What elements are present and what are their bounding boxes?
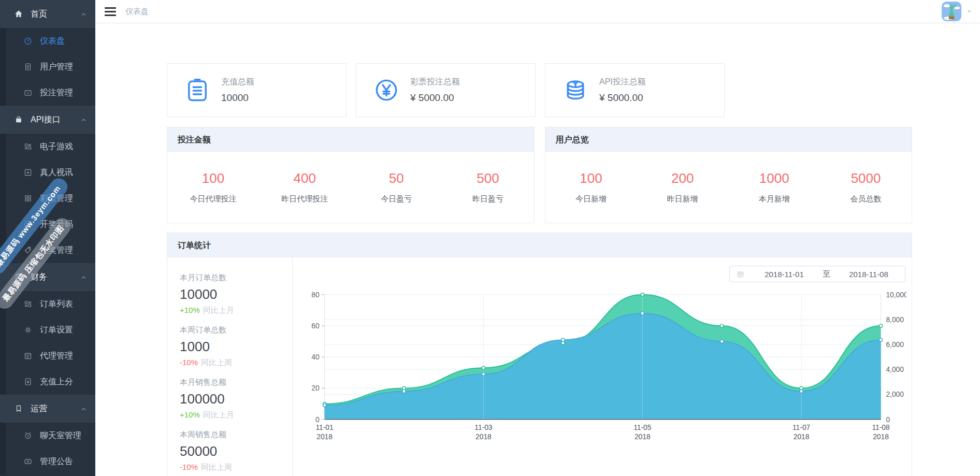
stat-month-new: 1000本月新增 [728, 170, 820, 204]
home-icon [13, 9, 24, 19]
stat-yesterday-agent-bet: 400昨日代理投注 [259, 170, 351, 204]
bookmark-icon [13, 404, 24, 413]
card-label: API投注总额 [599, 77, 646, 88]
svg-text:80: 80 [311, 291, 320, 299]
sidebar-item-user-management[interactable]: 用户管理 [0, 54, 95, 80]
sidebar-item-chatroom-management[interactable]: 聊天室管理 [0, 423, 95, 449]
summary-value: 50000 [180, 443, 280, 459]
sidebar-item-electronic-games[interactable]: 电子游戏 [0, 134, 95, 160]
svg-text:2,000: 2,000 [886, 390, 904, 398]
svg-text:10,000: 10,000 [886, 291, 906, 299]
dashboard-icon [23, 36, 33, 46]
tv-play-icon [23, 88, 33, 97]
hamburger-menu-icon[interactable] [95, 0, 125, 23]
sidebar: 首页仪表盘用户管理投注管理API接口电子游戏真人视讯彩票管理开奖号码控奖管理财务… [0, 0, 95, 476]
stat-label: 本月新增 [728, 194, 820, 204]
app-root: 首页仪表盘用户管理投注管理API接口电子游戏真人视讯彩票管理开奖号码控奖管理财务… [0, 0, 980, 476]
summary-label: 本周订单总数 [180, 325, 280, 335]
sidebar-item-label: 管理公告 [40, 456, 73, 467]
bag-icon [13, 115, 24, 124]
user-menu[interactable] [942, 2, 980, 21]
stat-label: 昨日代理投注 [259, 194, 351, 204]
summary-label: 本月订单总数 [180, 273, 280, 283]
bet-amount-panel: 投注金额 100今日代理投注400昨日代理投注50今日盈亏500昨日盈亏 [167, 127, 535, 223]
stat-label: 今日新增 [545, 194, 637, 204]
svg-text:11-07: 11-07 [792, 423, 810, 431]
summary-value: 100000 [180, 391, 280, 407]
sidebar-item-label: 首页 [31, 9, 47, 20]
sidebar-item-recharge-points[interactable]: 充值上分 [0, 369, 95, 395]
summary-label: 本月销售总额 [180, 378, 280, 387]
sidebar-item-bet-management[interactable]: 投注管理 [0, 80, 95, 106]
chevron-up-icon [80, 117, 87, 123]
order-area-chart[interactable]: 02040608002,0004,0006,0008,00010,00011-0… [303, 287, 905, 448]
date-range-separator: 至 [820, 269, 832, 279]
panels-row: 投注金额 100今日代理投注400昨日代理投注50今日盈亏500昨日盈亏 用户总… [167, 127, 912, 223]
sidebar-item-agent-management[interactable]: 代理管理 [0, 343, 95, 369]
box-icon [23, 351, 33, 360]
stat-value: 400 [259, 170, 351, 186]
svg-text:0: 0 [886, 415, 890, 424]
date-range-picker[interactable]: 2018-11-01 至 2018-11-08 [729, 266, 905, 282]
svg-text:2018: 2018 [635, 432, 651, 441]
sidebar-item-label: 运营 [31, 403, 47, 414]
panel-title: 投注金额 [167, 127, 534, 152]
ticket-icon [23, 457, 33, 466]
stat-today-agent-bet: 100今日代理投注 [167, 170, 259, 204]
summary-label: 本周销售总额 [180, 430, 280, 440]
sidebar-item-label: 聊天室管理 [40, 430, 81, 441]
alarm-clock-icon [23, 431, 33, 440]
order-summary-month-orders: 本月订单总数10000+10%同比上月 [180, 273, 280, 315]
money-doc-icon [23, 377, 33, 386]
sidebar-item-label: 代理管理 [40, 351, 73, 362]
sidebar-item-label: 仪表盘 [40, 36, 65, 47]
sidebar-item-announcement-management[interactable]: 管理公告 [0, 449, 95, 474]
card-value: ¥ 5000.00 [599, 92, 646, 104]
summary-value: 1000 [180, 339, 280, 355]
sidebar-item-home[interactable]: 首页 [0, 0, 95, 28]
svg-text:0: 0 [315, 415, 320, 424]
summary-delta: -10%同比上周 [180, 358, 280, 368]
order-chart-column: 2018-11-01 至 2018-11-08 02040608002,0004… [293, 257, 912, 476]
stat-card-api-bet-total: API投注总额¥ 5000.00 [545, 63, 725, 117]
date-start-input[interactable]: 2018-11-01 [748, 270, 820, 279]
stat-card-lottery-bet-total: 彩票投注总额¥ 5000.00 [356, 63, 536, 117]
yen-circle-icon [373, 77, 400, 104]
sidebar-item-live-video[interactable]: 真人视讯 [0, 160, 95, 185]
sidebar-item-order-settings[interactable]: 订单设置 [0, 317, 95, 343]
summary-delta: +10%同比上月 [180, 306, 280, 315]
panel-title: 订单统计 [167, 233, 912, 257]
sidebar-item-label: 订单列表 [40, 299, 73, 310]
caret-down-icon [965, 8, 973, 15]
user-overview-panel: 用户总览 100今日新增200昨日新增1000本月新增5000会员总数 [545, 127, 913, 223]
order-summary-column: 本月订单总数10000+10%同比上月本周订单总数1000-10%同比上周本月销… [167, 257, 293, 476]
stat-value: 100 [545, 170, 637, 186]
date-end-input[interactable]: 2018-11-08 [832, 270, 905, 279]
stat-value: 1000 [728, 170, 820, 186]
svg-text:40: 40 [311, 353, 320, 361]
sidebar-item-label: 真人视讯 [40, 167, 73, 178]
svg-text:11-01: 11-01 [315, 423, 333, 431]
order-summary-week-sales: 本周销售总额50000-10%同比上周 [180, 430, 280, 472]
coins-icon [562, 77, 589, 104]
summary-delta: +10%同比上月 [180, 410, 280, 420]
svg-text:8,000: 8,000 [886, 315, 904, 324]
sidebar-item-api-section[interactable]: API接口 [0, 106, 95, 134]
user-stats: 100今日新增200昨日新增1000本月新增5000会员总数 [545, 152, 912, 223]
gear-icon [23, 325, 33, 335]
svg-text:11-03: 11-03 [474, 423, 493, 431]
avatar[interactable] [942, 2, 961, 21]
grid-list-icon [23, 142, 33, 151]
sidebar-item-operations-section[interactable]: 运营 [0, 395, 95, 423]
sidebar-item-label: 电子游戏 [40, 141, 73, 152]
bet-stats: 100今日代理投注400昨日代理投注50今日盈亏500昨日盈亏 [167, 152, 534, 223]
sidebar-item-dashboard[interactable]: 仪表盘 [0, 28, 95, 54]
stat-value: 100 [167, 170, 259, 186]
document-icon [23, 62, 33, 71]
calendar-icon [736, 270, 745, 279]
stat-card-recharge-total: 充值总额10000 [167, 63, 347, 117]
dashboard-content: 充值总额10000彩票投注总额¥ 5000.00API投注总额¥ 5000.00… [95, 23, 980, 476]
stat-today-new: 100今日新增 [545, 170, 637, 204]
sidebar-item-label: 投注管理 [40, 88, 73, 98]
svg-text:2018: 2018 [794, 432, 810, 441]
